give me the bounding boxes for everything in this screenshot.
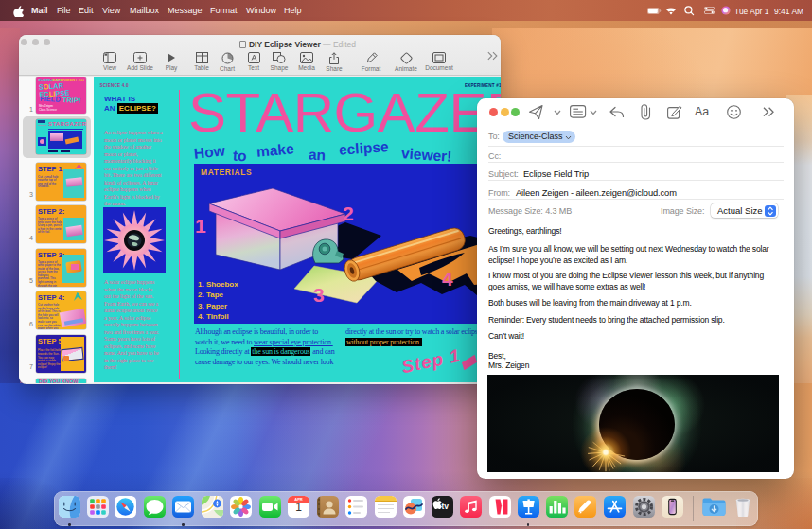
svg-text:tv: tv [441,502,449,511]
